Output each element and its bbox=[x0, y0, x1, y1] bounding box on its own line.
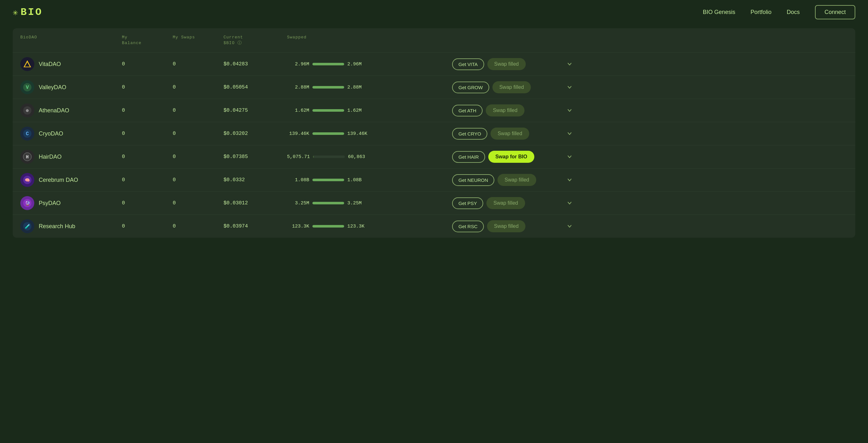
table-body: VitaDAO 0 0 $0.04283 2.96M 2.96M Get VIT… bbox=[13, 52, 855, 238]
valleydao-balance: 0 bbox=[122, 85, 173, 90]
athenadao-icon: ⊕ bbox=[20, 103, 34, 118]
valleydao-name: ValleyDAO bbox=[39, 84, 66, 91]
cerebrumdao-swap-info: 1.08B 1.08B bbox=[287, 178, 389, 183]
researchhub-price: $0.03974 bbox=[223, 223, 287, 229]
cerebrumdao-price: $0.0332 bbox=[223, 177, 287, 183]
svg-text:⊕: ⊕ bbox=[26, 108, 29, 113]
dao-cell-valleydao: V ValleyDAO bbox=[20, 80, 122, 94]
psydao-swaps: 0 bbox=[173, 200, 223, 206]
cryodao-amount-start: 139.46K bbox=[287, 131, 309, 136]
athenadao-get-button[interactable]: Get ATH bbox=[452, 105, 483, 117]
th-my-balance: MyBalance bbox=[122, 35, 173, 46]
researchhub-expand[interactable] bbox=[560, 223, 579, 229]
cerebrumdao-progress-fill bbox=[312, 179, 344, 181]
hairdao-progress-bar bbox=[313, 156, 345, 158]
vitadao-get-button[interactable]: Get VITA bbox=[452, 58, 484, 70]
hairdao-icon: H bbox=[20, 150, 34, 164]
th-empty bbox=[389, 35, 452, 46]
cerebrumdao-swaps: 0 bbox=[173, 177, 223, 183]
hairdao-actions: Get HAIR Swap for BIO bbox=[452, 151, 560, 163]
cryodao-expand[interactable] bbox=[560, 130, 579, 137]
vitadao-expand[interactable] bbox=[560, 61, 579, 67]
table-row: V ValleyDAO 0 0 $0.05054 2.88M 2.88M Get… bbox=[13, 75, 855, 99]
athenadao-amount-end: 1.62M bbox=[347, 108, 370, 113]
cerebrumdao-get-button[interactable]: Get NEURON bbox=[452, 174, 494, 186]
cryodao-progress-fill bbox=[312, 132, 344, 135]
researchhub-icon: 🧪 bbox=[20, 219, 34, 233]
header: ✳ BIO BIO Genesis Portfolio Docs Connect bbox=[0, 0, 868, 25]
dao-cell-hairdao: H HairDAO bbox=[20, 150, 122, 164]
cerebrumdao-balance: 0 bbox=[122, 177, 173, 183]
cerebrumdao-amount-start: 1.08B bbox=[287, 178, 309, 183]
dao-cell-psydao: 🔮 PsyDAO bbox=[20, 196, 122, 210]
table-row: 🧠 Cerebrum DAO 0 0 $0.0332 1.08B 1.08B G… bbox=[13, 168, 855, 191]
psydao-swap-info: 3.25M 3.25M bbox=[287, 200, 389, 206]
athenadao-progress-fill bbox=[312, 109, 344, 112]
athenadao-swap-button[interactable]: Swap filled bbox=[486, 104, 524, 117]
hairdao-get-button[interactable]: Get HAIR bbox=[452, 151, 485, 163]
th-current-bio: Current$BIO ⓘ bbox=[223, 35, 287, 46]
psydao-progress-bar bbox=[312, 202, 344, 204]
cerebrumdao-swap-button[interactable]: Swap filled bbox=[497, 174, 536, 186]
athenadao-progress-bar bbox=[312, 109, 344, 112]
valleydao-swap-info: 2.88M 2.88M bbox=[287, 85, 389, 90]
hairdao-amount-start: 5,075.71 bbox=[287, 154, 310, 160]
hairdao-price: $0.07385 bbox=[223, 154, 287, 160]
th-swapped: Swapped bbox=[287, 35, 389, 46]
hairdao-name: HairDAO bbox=[39, 154, 62, 160]
psydao-get-button[interactable]: Get PSY bbox=[452, 197, 483, 209]
psydao-swap-button[interactable]: Swap filled bbox=[486, 197, 525, 209]
valleydao-amount-start: 2.88M bbox=[287, 85, 309, 90]
vitadao-swap-button[interactable]: Swap filled bbox=[487, 58, 526, 70]
vitadao-icon bbox=[20, 57, 34, 71]
table-row: 🔮 PsyDAO 0 0 $0.03012 3.25M 3.25M Get PS… bbox=[13, 191, 855, 215]
dao-cell-researchhub: 🧪 Research Hub bbox=[20, 219, 122, 233]
logo: ✳ BIO bbox=[13, 6, 42, 18]
cryodao-swap-button[interactable]: Swap filled bbox=[491, 128, 529, 139]
valleydao-swap-button[interactable]: Swap filled bbox=[492, 81, 531, 93]
nav-portfolio[interactable]: Portfolio bbox=[750, 9, 772, 15]
valleydao-actions: Get GROW Swap filled bbox=[452, 81, 560, 93]
table-header: BioDAO MyBalance My Swaps Current$BIO ⓘ … bbox=[13, 28, 855, 52]
psydao-amount-start: 3.25M bbox=[287, 200, 309, 206]
athenadao-price: $0.04275 bbox=[223, 107, 287, 113]
logo-icon: ✳ bbox=[13, 7, 18, 18]
th-biodao: BioDAO bbox=[20, 35, 122, 46]
cryodao-amount-end: 139.46K bbox=[347, 131, 370, 136]
vitadao-progress-bar bbox=[312, 63, 344, 65]
researchhub-swap-info: 123.3K 123.3K bbox=[287, 224, 389, 229]
valleydao-expand[interactable] bbox=[560, 84, 579, 90]
cryodao-swaps: 0 bbox=[173, 131, 223, 136]
researchhub-amount-start: 123.3K bbox=[287, 224, 309, 229]
hairdao-swap-button[interactable]: Swap for BIO bbox=[488, 151, 534, 163]
vitadao-amount-end: 2.96M bbox=[347, 62, 370, 67]
hairdao-amount-end: 60,863 bbox=[348, 154, 370, 160]
athenadao-expand[interactable] bbox=[560, 107, 579, 114]
table-row: ⊕ AthenaDAO 0 0 $0.04275 1.62M 1.62M Get… bbox=[13, 99, 855, 122]
cryodao-swap-info: 139.46K 139.46K bbox=[287, 131, 389, 136]
researchhub-progress-bar bbox=[312, 225, 344, 227]
psydao-price: $0.03012 bbox=[223, 200, 287, 206]
nav-docs[interactable]: Docs bbox=[787, 9, 800, 15]
cerebrumdao-expand[interactable] bbox=[560, 177, 579, 183]
athenadao-swaps: 0 bbox=[173, 107, 223, 113]
vitadao-swap-info: 2.96M 2.96M bbox=[287, 62, 389, 67]
th-my-swaps: My Swaps bbox=[173, 35, 223, 46]
researchhub-get-button[interactable]: Get RSC bbox=[452, 221, 484, 232]
researchhub-swap-button[interactable]: Swap filled bbox=[487, 220, 525, 232]
cryodao-get-button[interactable]: Get CRYO bbox=[452, 128, 487, 139]
cerebrumdao-icon: 🧠 bbox=[20, 173, 34, 187]
svg-text:🧠: 🧠 bbox=[25, 178, 30, 183]
valleydao-get-button[interactable]: Get GROW bbox=[452, 82, 489, 93]
vitadao-progress-fill bbox=[312, 63, 344, 65]
nav-bio-genesis[interactable]: BIO Genesis bbox=[703, 9, 735, 15]
psydao-progress-fill bbox=[312, 202, 344, 204]
valleydao-progress-bar bbox=[312, 86, 344, 89]
cryodao-icon: C bbox=[20, 127, 34, 140]
hairdao-expand[interactable] bbox=[560, 154, 579, 160]
psydao-expand[interactable] bbox=[560, 200, 579, 206]
dao-cell-vitadao: VitaDAO bbox=[20, 57, 122, 71]
connect-button[interactable]: Connect bbox=[815, 5, 855, 19]
svg-text:V: V bbox=[26, 85, 29, 90]
psydao-actions: Get PSY Swap filled bbox=[452, 197, 560, 209]
